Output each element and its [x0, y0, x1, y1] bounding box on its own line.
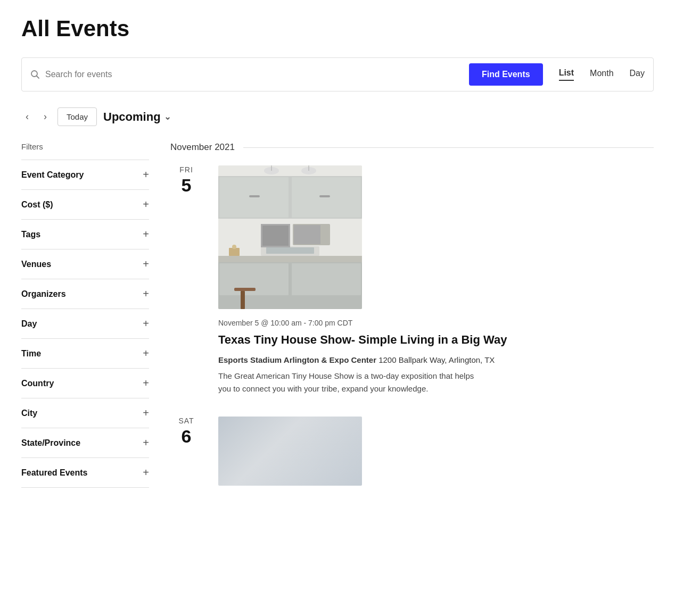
- event-image: [218, 165, 362, 309]
- filter-tags-expand-icon: +: [143, 228, 149, 240]
- filter-featured-events-label: Featured Events: [21, 468, 87, 478]
- upcoming-label: Upcoming: [103, 110, 161, 124]
- search-bar: Find Events List Month Day: [21, 57, 654, 91]
- event-venue-name: Esports Stadium Arlington & Expo Center: [218, 355, 376, 364]
- svg-rect-23: [262, 226, 289, 246]
- filter-organizers[interactable]: Organizers +: [21, 279, 149, 309]
- filter-event-category[interactable]: Event Category +: [21, 160, 149, 189]
- filter-country-expand-icon: +: [143, 377, 149, 389]
- svg-rect-15: [241, 291, 245, 309]
- chevron-down-icon: ⌄: [164, 112, 171, 122]
- svg-rect-8: [218, 256, 362, 262]
- sidebar: Filters Event Category + Cost ($) + Tags…: [21, 142, 149, 507]
- month-header: November 2021: [170, 142, 654, 153]
- next-arrow-button[interactable]: ›: [39, 109, 51, 124]
- view-tabs: List Month Day: [559, 68, 645, 81]
- filter-tags-label: Tags: [21, 230, 40, 239]
- filter-venues-label: Venues: [21, 260, 51, 269]
- tab-list[interactable]: List: [559, 68, 574, 81]
- filter-state-province[interactable]: State/Province +: [21, 428, 149, 457]
- upcoming-dropdown[interactable]: Upcoming ⌄: [103, 110, 171, 124]
- svg-rect-13: [266, 247, 314, 254]
- filter-event-category-label: Event Category: [21, 170, 84, 180]
- filter-venues[interactable]: Venues +: [21, 249, 149, 279]
- filter-day-expand-icon: +: [143, 318, 149, 330]
- event-title[interactable]: Texas Tiny House Show- Simple Living in …: [218, 332, 654, 348]
- filter-event-category-expand-icon: +: [143, 169, 149, 181]
- filter-tags[interactable]: Tags +: [21, 219, 149, 249]
- filter-venues-expand-icon: +: [143, 258, 149, 270]
- filter-cost-expand-icon: +: [143, 198, 149, 211]
- svg-rect-11: [292, 263, 361, 295]
- filter-organizers-expand-icon: +: [143, 288, 149, 300]
- today-button[interactable]: Today: [57, 107, 97, 126]
- filter-featured-events[interactable]: Featured Events +: [21, 457, 149, 488]
- tab-day[interactable]: Day: [630, 69, 645, 80]
- event-details: November 5 @ 10:00 am - 7:00 pm CDT Texa…: [218, 165, 654, 395]
- month-divider: [243, 147, 654, 148]
- filter-featured-events-expand-icon: +: [143, 467, 149, 479]
- filter-day[interactable]: Day +: [21, 309, 149, 338]
- filter-state-province-expand-icon: +: [143, 437, 149, 449]
- svg-rect-14: [234, 288, 256, 291]
- event-datetime: November 5 @ 10:00 am - 7:00 pm CDT: [218, 319, 654, 327]
- event-day-number: 5: [170, 176, 202, 194]
- svg-rect-21: [294, 225, 320, 244]
- event-venue: Esports Stadium Arlington & Expo Center …: [218, 355, 654, 364]
- filter-state-province-label: State/Province: [21, 438, 80, 448]
- svg-line-1: [37, 76, 39, 79]
- event-venue-address: 1200 Ballpark Way, Arlington, TX: [378, 355, 495, 364]
- main-layout: Filters Event Category + Cost ($) + Tags…: [21, 142, 654, 507]
- svg-rect-7: [319, 195, 330, 197]
- event-details: [218, 417, 654, 486]
- filter-time[interactable]: Time +: [21, 338, 149, 368]
- filter-organizers-label: Organizers: [21, 289, 66, 299]
- filter-country[interactable]: Country +: [21, 368, 149, 398]
- filter-cost-label: Cost ($): [21, 200, 53, 210]
- nav-controls: ‹ › Today Upcoming ⌄: [21, 107, 654, 126]
- svg-point-25: [232, 245, 236, 249]
- event-day-name: SAT: [170, 417, 202, 425]
- event-day-name: FRI: [170, 165, 202, 174]
- events-area: November 2021 FRI 5: [170, 142, 654, 507]
- event-day-number: 6: [170, 427, 202, 445]
- filter-city[interactable]: City +: [21, 398, 149, 428]
- tab-month[interactable]: Month: [590, 69, 613, 80]
- filters-label: Filters: [21, 142, 149, 151]
- svg-rect-24: [229, 248, 240, 256]
- month-title: November 2021: [170, 142, 235, 153]
- filter-cost[interactable]: Cost ($) +: [21, 189, 149, 219]
- filter-time-expand-icon: +: [143, 347, 149, 360]
- filter-time-label: Time: [21, 349, 41, 359]
- filter-day-label: Day: [21, 319, 37, 329]
- search-input[interactable]: [45, 70, 469, 79]
- prev-arrow-button[interactable]: ‹: [21, 109, 33, 124]
- event-date: FRI 5: [170, 165, 202, 395]
- table-row: SAT 6: [170, 417, 654, 486]
- event-description: The Great American Tiny House Show is a …: [218, 370, 484, 395]
- event-date: SAT 6: [170, 417, 202, 486]
- event-image-partial: [218, 417, 362, 486]
- page-title: All Events: [21, 16, 654, 41]
- svg-rect-6: [249, 195, 260, 197]
- filter-country-label: Country: [21, 379, 54, 388]
- filter-city-label: City: [21, 409, 37, 418]
- find-events-button[interactable]: Find Events: [469, 63, 543, 86]
- filter-city-expand-icon: +: [143, 407, 149, 419]
- table-row: FRI 5: [170, 165, 654, 395]
- search-icon: [30, 70, 40, 79]
